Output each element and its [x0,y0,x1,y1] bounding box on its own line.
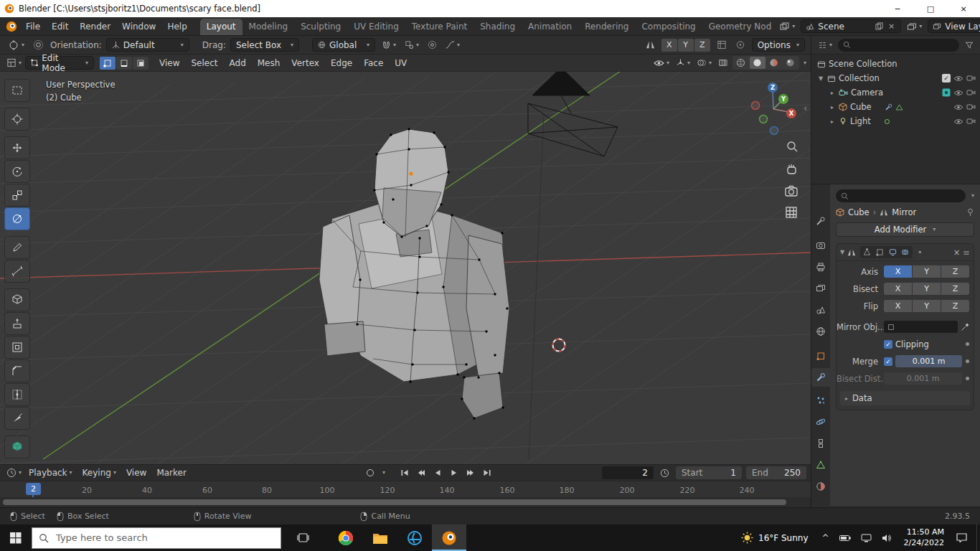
breadcrumb-item[interactable]: Mirror [892,207,916,217]
tool-loop-cut[interactable] [4,383,30,406]
snap-icon[interactable]: ▾ [380,38,398,52]
tool-scale[interactable] [4,184,30,207]
visibility-icon[interactable]: ▾ [651,56,672,70]
outliner-search-field[interactable] [838,39,959,52]
tab-sculpting[interactable]: Sculpting [294,19,347,35]
vp-menu-add[interactable]: Add [225,58,251,68]
hide-eye-icon[interactable] [953,90,963,96]
options-dropdown[interactable]: Options▾ [752,38,805,52]
new-scene-icon[interactable] [875,22,883,30]
outliner-row-light[interactable]: ▸ Light [811,114,980,128]
tab-rendering[interactable]: Rendering [578,19,635,35]
mirror-z-button[interactable]: Z [694,39,710,52]
snap-target-icon[interactable]: ▾ [402,38,421,52]
jump-to-start-button[interactable] [398,467,412,479]
show-desktop-button[interactable] [976,524,980,551]
disable-render-icon[interactable] [966,118,976,125]
on-cage-toggle-icon[interactable] [861,247,873,258]
vp-menu-face[interactable]: Face [359,58,388,68]
tool-extrude[interactable] [4,312,30,335]
drag-dropdown[interactable]: Select Box▾ [230,38,299,52]
xray-toggle-icon[interactable] [716,56,730,70]
timeline-scrollbar[interactable] [3,499,786,505]
outliner-row-scene-collection[interactable]: Scene Collection [811,57,980,71]
battery-icon[interactable] [834,534,856,542]
timeline-menu-playback[interactable]: Playback▾ [24,468,77,478]
material-shading-button[interactable] [766,57,782,69]
start-button[interactable] [0,524,32,551]
collection-checkbox[interactable]: ✓ [942,74,951,83]
overlays-toggle-icon[interactable]: ▾ [694,56,714,70]
network-icon[interactable] [856,534,877,542]
current-frame-indicator[interactable]: 2 [26,483,41,495]
tool-inset[interactable] [4,336,30,359]
expand-icon[interactable]: ▸ [829,104,836,110]
bisect-z-button[interactable]: Z [941,283,969,295]
tool-add-cube[interactable] [4,288,30,311]
edge-select-button[interactable] [116,57,132,70]
active-camera-badge[interactable] [942,88,951,97]
flip-x-button[interactable]: X [884,300,912,312]
scene-selector[interactable]: Scene × [801,19,901,33]
action-center-icon[interactable] [951,533,972,542]
timeline-ruler[interactable]: 20 40 60 80 100 120 140 160 180 200 220 … [0,481,811,497]
menu-help[interactable]: Help [161,22,192,32]
unlink-scene-icon[interactable]: × [887,22,896,31]
tool-measure[interactable] [4,260,30,283]
face-select-button[interactable] [133,57,149,70]
tool-knife[interactable] [4,407,30,430]
render-toggle-icon[interactable] [900,247,912,258]
expand-icon[interactable]: ▸ [829,118,836,125]
solid-shading-button[interactable] [750,57,765,69]
viewport-3d[interactable]: Z Y X User Perspective (2) Cube [0,72,811,464]
add-modifier-dropdown[interactable]: Add Modifier▾ [836,222,974,237]
tab-modifiers[interactable] [811,368,830,387]
frame-start-field[interactable]: Start1 [676,466,742,479]
hide-eye-icon[interactable] [953,118,963,125]
search-input[interactable] [55,532,274,544]
outliner-row-cube[interactable]: ▸ Cube [811,100,980,114]
outliner-filter-icon[interactable] [963,38,976,52]
tab-uv-editing[interactable]: UV Editing [347,19,405,35]
internet-explorer-app-icon[interactable] [397,524,432,551]
vertex-select-button[interactable] [100,57,116,70]
hide-eye-icon[interactable] [953,104,963,110]
menu-render[interactable]: Render [74,22,116,32]
weather-widget[interactable]: 16°F Sunny [732,532,817,544]
realtime-toggle-icon[interactable] [887,247,899,258]
frame-end-field[interactable]: End250 [746,466,806,479]
orientation-dropdown[interactable]: Default▾ [106,38,189,52]
rendered-shading-button[interactable] [783,57,798,69]
falloff-icon[interactable]: ▾ [443,38,462,52]
menu-file[interactable]: File [20,22,46,32]
disable-render-icon[interactable] [966,103,976,110]
gizmos-toggle-icon[interactable]: ▾ [674,56,692,70]
expand-icon[interactable]: ▸ [829,90,836,96]
bisect-y-button[interactable]: Y [913,283,941,295]
tab-view-layer[interactable] [811,279,830,298]
volume-icon[interactable] [877,534,897,542]
merge-checkbox[interactable]: ✓ [884,357,892,366]
jump-to-end-button[interactable] [481,467,494,479]
next-keyframe-button[interactable] [464,467,478,479]
tab-object-data[interactable] [811,456,830,474]
gizmo-neg-z-ball[interactable] [771,127,778,135]
hide-eye-icon[interactable] [953,75,963,82]
menu-edit[interactable]: Edit [46,22,74,32]
tab-particles[interactable] [811,391,830,410]
mirror-y-button[interactable]: Y [678,39,694,52]
wireframe-shading-button[interactable] [733,57,749,69]
close-button[interactable]: × [947,0,980,17]
view-layer-browse-icon[interactable]: ▾ [905,19,924,33]
transform-space-dropdown[interactable]: Global▾ [312,38,375,52]
tab-material[interactable] [811,477,830,496]
file-explorer-app-icon[interactable] [363,524,397,551]
panel-collapse-icon[interactable]: ▼ [840,249,844,255]
animate-dot[interactable] [966,359,969,363]
pin-icon[interactable] [966,208,974,217]
tab-render[interactable] [811,236,830,255]
disable-render-icon[interactable] [966,89,976,96]
tab-texture-paint[interactable]: Texture Paint [405,19,473,35]
tool-annotate[interactable] [4,236,30,259]
tab-world[interactable] [811,322,830,341]
